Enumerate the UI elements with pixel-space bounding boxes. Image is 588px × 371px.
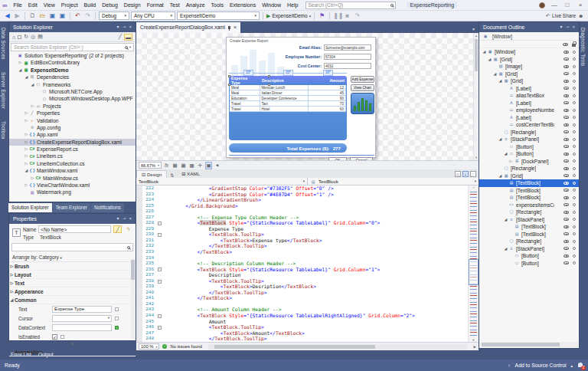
lock-toggle-icon[interactable] bbox=[573, 94, 576, 97]
outline-tree-item[interactable]: ◢▦[Grid] bbox=[479, 71, 579, 78]
lock-toggle-icon[interactable] bbox=[573, 174, 576, 177]
table-row[interactable]: MealItalian Dinner45 bbox=[230, 90, 346, 96]
table-header-cell[interactable]: Expense Type bbox=[229, 76, 260, 85]
chevron-collapsed-icon[interactable]: ▷ bbox=[18, 59, 23, 66]
visibility-eye-icon[interactable] bbox=[564, 196, 569, 199]
bottom-tab-output[interactable]: Output bbox=[38, 352, 54, 357]
lock-toggle-icon[interactable] bbox=[573, 167, 576, 170]
home-icon[interactable]: ⌂ bbox=[12, 34, 15, 40]
menu-analyze[interactable]: Analyze bbox=[183, 0, 208, 10]
solution-tree-item[interactable]: ▷C#ExpenseReport.cs bbox=[9, 146, 136, 153]
side-tab-server-explorer[interactable]: Server Explorer bbox=[0, 66, 7, 115]
solution-tree-item[interactable]: ◢⬡Frameworks bbox=[9, 81, 136, 88]
chevron-collapsed-icon[interactable]: ▷ bbox=[9, 287, 15, 296]
code-line[interactable]: 246- <TextBlock.ToolTip> bbox=[142, 324, 468, 330]
chevron-expanded-icon[interactable]: ◢ bbox=[498, 77, 503, 85]
code-line[interactable]: 233 </TextBlock> bbox=[142, 249, 468, 255]
horizontal-split-icon[interactable]: = bbox=[462, 171, 469, 177]
open-file-icon[interactable]: 🗁 bbox=[38, 11, 47, 21]
code-line[interactable]: 239 <TextBlock>Desription</TextBlock> bbox=[142, 284, 468, 290]
lock-toggle-icon[interactable] bbox=[573, 182, 576, 185]
code-line[interactable]: 244- <TextBlock Style="{StaticResource T… bbox=[142, 313, 468, 319]
solution-configuration-select[interactable]: Debug▾ bbox=[99, 11, 129, 20]
chevron-collapsed-icon[interactable]: ▷ bbox=[24, 153, 29, 159]
lock-toggle-icon[interactable] bbox=[573, 225, 576, 228]
outline-tree-item[interactable]: ▤[TextBlock] bbox=[479, 194, 579, 202]
solution-tree-item[interactable]: ▷C#LineItem.cs bbox=[9, 153, 136, 159]
outline-tree-item[interactable]: ▢[Rectangle] bbox=[479, 165, 579, 172]
xaml-design-surface[interactable]: Create Expense Report Email Alias:Someon… bbox=[136, 33, 479, 160]
outline-tree-item[interactable]: ▢[Rectangle] bbox=[479, 208, 579, 216]
code-line[interactable]: 227 <!-- Expense Type Column Header --> bbox=[142, 215, 468, 221]
undo-icon[interactable]: ↶ bbox=[74, 11, 82, 21]
lock-toggle-icon[interactable] bbox=[573, 218, 576, 221]
code-line[interactable]: 236- <TextBlock Style="{StaticResource T… bbox=[142, 267, 468, 273]
editor-zoom-select[interactable]: 100 %▾ bbox=[139, 343, 159, 350]
outline-tree-item[interactable]: ◢≡[StackPanel] bbox=[479, 245, 579, 253]
outline-tree-item[interactable]: ◢≡[StackPanel] bbox=[479, 216, 579, 224]
chevron-collapsed-icon[interactable]: ▷ bbox=[24, 182, 29, 189]
editor-horizontal-scrollbar[interactable] bbox=[208, 344, 468, 350]
solution-tree-item[interactable]: ▷❬❭ViewChartWindow.xaml bbox=[9, 182, 136, 189]
category-text[interactable]: ▷Text bbox=[9, 279, 136, 287]
outline-tree-item[interactable]: ▤[TextBlock] bbox=[479, 223, 579, 231]
input-text[interactable]: Expense Type bbox=[52, 306, 112, 313]
solution-tree-item[interactable]: ▷C#LineItemCollection.cs bbox=[9, 160, 136, 167]
solution-tree-item[interactable]: ▷❬❭CreateExpenseReportDialogBox.xaml bbox=[9, 139, 136, 146]
visibility-eye-icon[interactable] bbox=[564, 254, 569, 258]
form-input[interactable]: 57304 bbox=[324, 54, 371, 60]
code-line[interactable]: 240 </TextBlock.ToolTip> bbox=[142, 290, 468, 296]
outline-tree-item[interactable]: ◢▦[Grid] bbox=[479, 77, 579, 85]
lock-toggle-icon[interactable] bbox=[573, 123, 576, 126]
visibility-eye-icon[interactable] bbox=[564, 174, 569, 177]
menu-debug[interactable]: Debug bbox=[99, 0, 121, 10]
chevron-expanded-icon[interactable]: ◢ bbox=[503, 216, 508, 224]
solution-tree-item[interactable]: ▨Watermark.png bbox=[9, 189, 136, 195]
dialog-preview[interactable]: Create Expense Report Email Alias:Someon… bbox=[226, 37, 376, 158]
chevron-expanded-icon[interactable]: ◢ bbox=[482, 48, 487, 56]
solution-search-input[interactable]: Search Solution Explorer (Ctrl+;) ▾ bbox=[11, 43, 134, 51]
properties-scrollbar[interactable] bbox=[131, 258, 135, 339]
table-row[interactable]: MealMexican Lunch12 bbox=[230, 85, 346, 90]
code-line[interactable]: 238- <TextBlock.ToolTip> bbox=[142, 278, 468, 284]
visibility-eye-icon[interactable] bbox=[564, 130, 569, 133]
visibility-eye-icon[interactable] bbox=[564, 109, 569, 112]
close-icon[interactable]: × bbox=[129, 214, 132, 224]
chevron-collapsed-icon[interactable]: ▷ bbox=[24, 110, 29, 117]
new-file-icon[interactable]: 🗋 bbox=[28, 11, 37, 21]
save-icon[interactable]: ▣ bbox=[48, 11, 57, 21]
events-lightning-icon[interactable]: ϟ bbox=[124, 225, 132, 233]
expand-pane-icon[interactable]: ⛶ bbox=[470, 171, 476, 177]
selection-handle[interactable] bbox=[228, 75, 230, 77]
selection-handle[interactable] bbox=[268, 84, 270, 86]
solution-tree-item[interactable]: ▷▣EditBoxControlLibrary bbox=[9, 59, 136, 66]
visibility-eye-icon[interactable] bbox=[564, 101, 569, 104]
design-vertical-scrollbar[interactable]: ▲ ▼ bbox=[473, 33, 479, 160]
chevron-expanded-icon[interactable]: ◢ bbox=[498, 172, 503, 180]
chevron-collapsed-icon[interactable]: ▷ bbox=[24, 131, 29, 138]
ok-button[interactable]: OK bbox=[328, 157, 347, 160]
chevron-collapsed-icon[interactable]: ▷ bbox=[508, 158, 514, 166]
chevron-collapsed-icon[interactable]: ▷ bbox=[30, 103, 35, 110]
solution-tree-item[interactable]: ▷C#MainWindow.cs bbox=[9, 175, 136, 182]
lock-toggle-icon[interactable] bbox=[573, 196, 576, 199]
table-header-cell[interactable]: Description bbox=[260, 78, 309, 83]
menu-project[interactable]: Project bbox=[58, 0, 81, 10]
input-datacontext[interactable] bbox=[52, 324, 112, 331]
outline-tree-item[interactable]: ◢▦[Grid] bbox=[479, 172, 579, 180]
visibility-eye-icon[interactable] bbox=[564, 159, 569, 163]
lock-toggle-icon[interactable] bbox=[573, 72, 576, 75]
visibility-eye-icon[interactable] bbox=[564, 211, 569, 214]
visibility-eye-icon[interactable] bbox=[564, 167, 569, 170]
lock-toggle-icon[interactable] bbox=[573, 189, 576, 192]
code-line[interactable]: 241 </TextBlock> bbox=[142, 295, 468, 301]
lock-toggle-icon[interactable] bbox=[573, 101, 576, 104]
code-line[interactable]: 223 <GradientStop Color="#4E87D4" Offset… bbox=[142, 192, 468, 198]
menu-format[interactable]: Format bbox=[144, 0, 167, 10]
solution-tree-item[interactable]: ◢⛓Dependencies bbox=[9, 74, 136, 80]
solution-platform-select[interactable]: Any CPU▾ bbox=[131, 11, 175, 20]
startup-project-select[interactable]: ExpenseItDemo▾ bbox=[177, 11, 260, 20]
live-share-button[interactable]: Live Share bbox=[552, 13, 576, 18]
outline-breadcrumb[interactable]: ▣ [Window] bbox=[479, 32, 579, 41]
show-grid-icon[interactable]: ▦ bbox=[172, 163, 178, 169]
